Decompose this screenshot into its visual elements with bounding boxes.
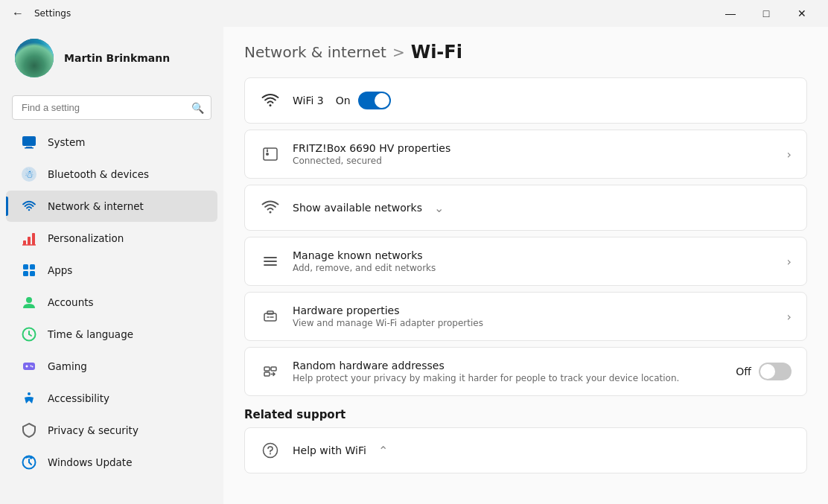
svg-point-25 [266,153,269,156]
bluetooth-icon: ☃ [21,166,37,182]
manage-networks-row[interactable]: Manage known networks Add, remove, and e… [245,237,806,285]
help-wifi-chevron: ⌃ [378,444,388,458]
svg-rect-2 [25,147,34,149]
show-networks-title: Show available networks [293,202,422,214]
hardware-subtitle: View and manage Wi-Fi adapter properties [293,318,775,328]
svg-rect-24 [264,148,277,160]
sidebar-item-privacy[interactable]: Privacy & security [6,415,217,446]
fritz-card: FRITZ!Box 6690 HV properties Connected, … [244,130,807,179]
sidebar-item-network-label: Network & internet [48,200,144,212]
random-hw-toggle-row: Off [736,363,792,380]
sidebar-item-accounts[interactable]: Accounts [6,287,217,318]
search-input[interactable] [12,95,211,120]
close-button[interactable]: ✕ [785,3,819,24]
hardware-text: Hardware properties View and manage Wi-F… [293,304,775,328]
breadcrumb: Network & internet > Wi-Fi [244,42,807,63]
help-wifi-icon [260,440,281,461]
sidebar-item-system-label: System [48,136,85,148]
svg-rect-0 [22,136,36,146]
sidebar-item-bluetooth-label: Bluetooth & devices [48,168,149,180]
manage-networks-text: Manage known networks Add, remove, and e… [293,249,775,273]
svg-rect-36 [271,367,276,371]
app-body: Martin Brinkmann 🔍 System [0,27,828,504]
random-hw-toggle-label: Off [736,366,751,377]
svg-point-27 [267,150,268,152]
accessibility-icon [21,390,37,406]
svg-rect-11 [23,271,28,276]
help-wifi-card: Help with WiFi ⌃ [244,427,807,473]
svg-rect-7 [32,233,35,245]
svg-line-16 [29,334,31,336]
sidebar-item-apps-label: Apps [48,264,72,276]
sidebar-item-accessibility[interactable]: Accessibility [6,383,217,414]
sidebar-item-personalization[interactable]: Personalization [6,223,217,254]
help-wifi-title: Help with WiFi [293,444,366,456]
sidebar-item-network[interactable]: Network & internet [6,191,217,222]
svg-rect-35 [264,367,270,371]
svg-point-20 [31,366,32,367]
sidebar-item-update[interactable]: Windows Update [6,447,217,478]
svg-point-22 [28,392,31,395]
sidebar-item-time[interactable]: Time & language [6,319,217,350]
user-section: Martin Brinkmann [0,27,223,89]
wifi-toggle[interactable] [358,92,391,109]
wifi-row[interactable]: WiFi 3 On [245,78,806,123]
title-bar-left: ← Settings [9,4,71,23]
breadcrumb-parent: Network & internet [244,43,386,61]
update-icon [21,454,37,470]
back-button[interactable]: ← [9,4,27,23]
user-name: Martin Brinkmann [64,52,170,64]
svg-rect-5 [23,240,26,245]
svg-point-39 [270,453,271,455]
manage-networks-subtitle: Add, remove, and edit networks [293,263,775,273]
search-icon: 🔍 [191,102,204,114]
fritz-title: FRITZ!Box 6690 HV properties [293,142,775,154]
random-hw-row[interactable]: Random hardware addresses Help protect y… [245,348,806,395]
sidebar-item-system[interactable]: System [6,127,217,158]
breadcrumb-current: Wi-Fi [411,42,462,63]
wifi-icon [260,90,281,111]
show-networks-chevron: ⌄ [434,201,444,215]
privacy-icon [21,422,37,438]
fritz-text: FRITZ!Box 6690 HV properties Connected, … [293,142,775,166]
sidebar-nav: System ☃ Bluetooth & devices [0,126,223,479]
maximize-button[interactable]: □ [749,3,783,24]
sidebar-item-accounts-label: Accounts [48,296,94,308]
svg-rect-10 [30,264,35,269]
related-support-label: Related support [244,408,807,421]
accounts-icon [21,294,37,310]
sidebar-item-personalization-label: Personalization [48,232,124,244]
sidebar-item-bluetooth[interactable]: ☃ Bluetooth & devices [6,159,217,190]
search-box: 🔍 [12,95,211,120]
hardware-card: Hardware properties View and manage Wi-F… [244,292,807,341]
random-hw-toggle[interactable] [759,363,792,380]
svg-rect-12 [30,271,35,276]
hardware-icon [260,306,281,327]
fritz-chevron: › [787,147,792,162]
manage-networks-icon [260,251,281,272]
sidebar-item-accessibility-label: Accessibility [48,392,109,404]
title-bar: ← Settings — □ ✕ [0,0,828,27]
random-hw-text: Random hardware addresses Help protect y… [293,360,724,383]
manage-networks-card: Manage known networks Add, remove, and e… [244,237,807,286]
svg-rect-32 [267,311,273,314]
sidebar-item-gaming[interactable]: Gaming [6,351,217,382]
random-hw-card: Random hardware addresses Help protect y… [244,347,807,396]
sidebar-item-gaming-label: Gaming [48,360,87,372]
system-icon [21,134,37,150]
sidebar-item-time-label: Time & language [48,328,133,340]
random-hw-icon [260,361,281,382]
wifi-toggle-label: On [336,95,351,106]
time-icon [21,326,37,342]
fritz-row[interactable]: FRITZ!Box 6690 HV properties Connected, … [245,130,806,178]
help-wifi-row[interactable]: Help with WiFi ⌃ [245,428,806,473]
svg-point-13 [26,297,32,303]
hardware-row[interactable]: Hardware properties View and manage Wi-F… [245,293,806,340]
sidebar-item-apps[interactable]: Apps [6,255,217,286]
minimize-button[interactable]: — [713,3,748,24]
wifi-card: WiFi 3 On [244,77,807,124]
show-networks-row[interactable]: Show available networks ⌄ [245,185,806,230]
fritz-subtitle: Connected, secured [293,156,775,166]
sidebar-item-privacy-label: Privacy & security [48,424,138,436]
hardware-title: Hardware properties [293,304,775,316]
